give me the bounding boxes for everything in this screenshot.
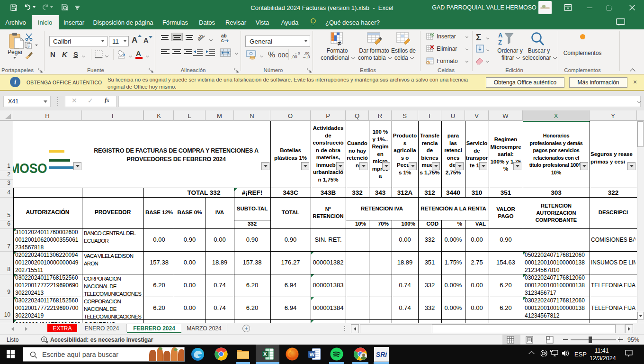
svg-text:W: W	[310, 352, 315, 357]
svg-text:,00: ,00	[291, 55, 297, 59]
svg-text:≠: ≠	[338, 40, 341, 46]
svg-text:A: A	[498, 32, 503, 39]
svg-text:c: c	[221, 38, 224, 43]
svg-text:Z: Z	[498, 39, 502, 46]
svg-text:X: X	[263, 351, 267, 357]
